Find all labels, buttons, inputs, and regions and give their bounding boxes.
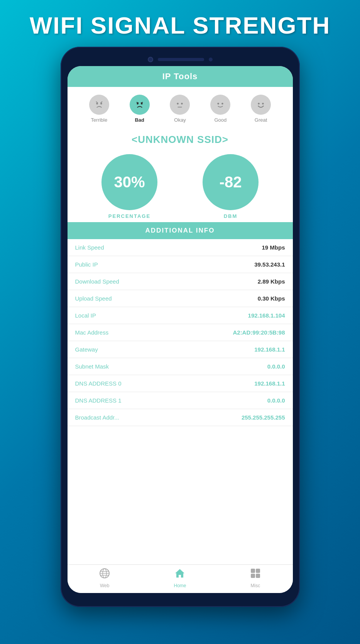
indicator-terrible-label: Terrible — [91, 117, 108, 123]
percentage-value: 30% — [114, 173, 145, 191]
indicator-good-label: Good — [214, 117, 226, 123]
percentage-circle: 30% — [101, 154, 157, 210]
phone-screen: IP Tools Terrible — [68, 66, 293, 593]
info-val-public-ip: 39.53.243.1 — [254, 261, 285, 268]
info-key-dns1: DNS ADDRESS 1 — [75, 397, 122, 404]
indicator-great-label: Great — [255, 117, 267, 123]
info-key-download-speed: Download Speed — [75, 278, 119, 285]
info-key-subnet-mask: Subnet Mask — [75, 363, 109, 370]
nav-web[interactable]: Web — [99, 568, 110, 588]
misc-icon — [250, 568, 261, 581]
svg-point-17 — [255, 99, 267, 111]
app-header-title: IP Tools — [73, 71, 287, 82]
table-row: Local IP 192.168.1.104 — [68, 307, 293, 324]
info-key-gateway: Gateway — [75, 346, 98, 353]
phone-frame: IP Tools Terrible — [61, 47, 300, 607]
info-key-link-speed: Link Speed — [75, 244, 104, 251]
info-val-gateway: 192.168.1.1 — [254, 346, 285, 353]
info-val-download-speed: 2.89 Kbps — [258, 278, 285, 285]
indicator-okay-label: Okay — [174, 117, 186, 123]
info-val-broadcast: 255.255.255.255 — [242, 414, 285, 421]
svg-point-16 — [221, 103, 223, 105]
speaker-bar — [158, 58, 204, 61]
svg-point-12 — [181, 103, 183, 105]
nav-misc[interactable]: Misc — [250, 568, 261, 588]
svg-rect-27 — [256, 569, 260, 573]
info-val-dns0: 192.168.1.1 — [254, 380, 285, 387]
indicator-bad[interactable]: Bad — [130, 95, 150, 123]
ssid-display: <UNKNOWN SSID> — [68, 127, 293, 150]
info-val-dns1: 0.0.0.0 — [267, 397, 285, 404]
phone-top-bar — [68, 54, 293, 66]
table-row: Gateway 192.168.1.1 — [68, 341, 293, 358]
face-bad — [130, 95, 150, 115]
svg-marker-25 — [175, 569, 184, 578]
table-row: Subnet Mask 0.0.0.0 — [68, 358, 293, 375]
percentage-label: PERCENTAGE — [108, 213, 150, 219]
info-key-broadcast: Broadcast Addr... — [75, 414, 119, 421]
table-row: Link Speed 19 Mbps — [68, 239, 293, 256]
info-val-mac-address: A2:AD:99:20:5B:98 — [233, 329, 285, 336]
indicator-great[interactable]: Great — [251, 95, 271, 123]
percentage-metric: 30% PERCENTAGE — [101, 154, 157, 219]
svg-point-11 — [177, 103, 179, 105]
web-icon — [99, 568, 110, 581]
face-great — [251, 95, 271, 115]
info-key-public-ip: Public IP — [75, 261, 98, 268]
nav-web-label: Web — [100, 583, 109, 588]
svg-point-14 — [214, 99, 226, 111]
svg-point-5 — [133, 99, 145, 111]
dbm-metric: -82 DBM — [203, 154, 259, 219]
info-val-local-ip: 192.168.1.104 — [248, 312, 285, 319]
face-okay — [170, 95, 190, 115]
info-key-local-ip: Local IP — [75, 312, 96, 319]
additional-info-header: ADDITIONAL INFO — [68, 222, 293, 239]
app-header: IP Tools — [68, 66, 293, 87]
indicator-terrible[interactable]: Terrible — [89, 95, 109, 123]
svg-point-15 — [218, 103, 220, 105]
info-key-upload-speed: Upload Speed — [75, 295, 112, 302]
table-row: Broadcast Addr... 255.255.255.255 — [68, 409, 293, 426]
info-val-subnet-mask: 0.0.0.0 — [267, 363, 285, 370]
dbm-circle: -82 — [203, 154, 259, 210]
info-key-dns0: DNS ADDRESS 0 — [75, 380, 122, 387]
nav-misc-label: Misc — [250, 583, 260, 588]
camera-dot — [148, 57, 153, 62]
svg-rect-29 — [256, 574, 260, 578]
metrics-row: 30% PERCENTAGE -82 DBM — [68, 150, 293, 222]
table-row: Mac Address A2:AD:99:20:5B:98 — [68, 324, 293, 341]
face-good — [210, 95, 230, 115]
svg-rect-28 — [251, 574, 255, 578]
table-row: Download Speed 2.89 Kbps — [68, 273, 293, 290]
svg-point-19 — [262, 103, 264, 105]
home-icon — [174, 568, 185, 581]
table-row: Upload Speed 0.30 Kbps — [68, 290, 293, 307]
signal-indicators: Terrible Bad — [68, 87, 293, 127]
nav-home[interactable]: Home — [174, 568, 186, 588]
indicator-bad-label: Bad — [135, 117, 144, 123]
svg-point-18 — [258, 103, 260, 105]
table-row: Public IP 39.53.243.1 — [68, 256, 293, 273]
face-terrible — [89, 95, 109, 115]
svg-point-10 — [174, 99, 186, 111]
svg-point-0 — [93, 99, 105, 111]
additional-info-title: ADDITIONAL INFO — [72, 227, 288, 234]
sensor-dot — [209, 58, 213, 61]
nav-home-label: Home — [174, 583, 186, 588]
page-title: WIFI SIGNAL STRENGTH — [30, 12, 330, 39]
bottom-nav: Web Home — [68, 564, 293, 593]
svg-rect-26 — [251, 569, 255, 573]
indicator-okay[interactable]: Okay — [170, 95, 190, 123]
dbm-label: DBM — [224, 213, 238, 219]
info-table: Link Speed 19 Mbps Public IP 39.53.243.1… — [68, 239, 293, 564]
dbm-value: -82 — [220, 173, 242, 191]
info-val-link-speed: 19 Mbps — [262, 244, 285, 251]
table-row: DNS ADDRESS 0 192.168.1.1 — [68, 375, 293, 392]
table-row: DNS ADDRESS 1 0.0.0.0 — [68, 392, 293, 409]
indicator-good[interactable]: Good — [210, 95, 230, 123]
info-key-mac-address: Mac Address — [75, 329, 109, 336]
info-val-upload-speed: 0.30 Kbps — [258, 295, 285, 302]
